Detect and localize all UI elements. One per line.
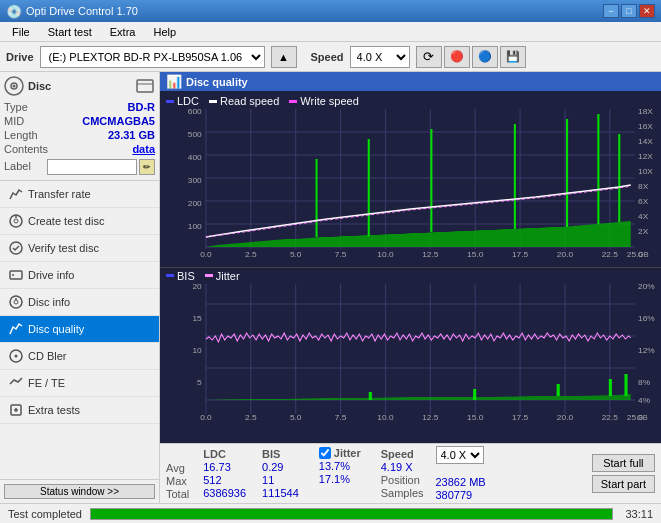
svg-text:6X: 6X [638,197,649,206]
sidebar-item-transfer-rate[interactable]: Transfer rate [0,181,159,208]
jitter-max: 17.1% [319,473,361,485]
chart-area: 📊 Disc quality LDC Read speed [160,72,661,503]
title-bar-title: 💿 Opti Drive Control 1.70 [6,4,138,19]
status-time: 33:11 [625,508,653,520]
speed-select[interactable]: 4.0 X [350,46,410,68]
menu-start-test[interactable]: Start test [40,24,100,40]
svg-point-2 [13,85,16,88]
svg-text:16X: 16X [638,122,653,131]
menu-file[interactable]: File [4,24,38,40]
menu-extra[interactable]: Extra [102,24,144,40]
speed-buttons: ⟳ 🔴 🔵 💾 [416,46,526,68]
sidebar-item-drive-info[interactable]: Drive info [0,262,159,289]
sidebar-item-verify-test-disc[interactable]: Verify test disc [0,235,159,262]
svg-text:17.5: 17.5 [512,250,529,259]
start-full-button[interactable]: Start full [592,454,655,472]
nav-label-disc-quality: Disc quality [28,323,84,335]
sidebar-item-disc-quality[interactable]: Disc quality [0,316,159,343]
sidebar-item-extra-tests[interactable]: Extra tests [0,397,159,424]
svg-text:8%: 8% [638,378,650,387]
nav-label-disc-info: Disc info [28,296,70,308]
main-content: Disc Type BD-R MID CMCMAGBA5 Length 23.3… [0,72,661,503]
legend-jitter: Jitter [205,270,240,282]
disc-type-row: Type BD-R [4,100,155,114]
disc-icon [4,76,24,96]
drive-eject-button[interactable]: ▲ [271,46,297,68]
disc-contents-value[interactable]: data [132,143,155,155]
drive-info-icon [8,267,24,283]
svg-text:22.5: 22.5 [602,250,619,259]
status-text: Test completed [8,508,82,520]
speed-stats: Speed 4.19 X Position Samples [381,448,424,499]
start-part-button[interactable]: Start part [592,475,655,493]
create-test-disc-icon [8,213,24,229]
drive-bar: Drive (E:) PLEXTOR BD-R PX-LB950SA 1.06 … [0,42,661,72]
svg-text:18X: 18X [638,109,653,116]
menu-help[interactable]: Help [145,24,184,40]
chart-header-icon: 📊 [166,74,182,89]
jitter-header: Jitter [334,447,361,459]
transfer-rate-icon [8,186,24,202]
status-bar: Test completed 33:11 [0,503,661,523]
progress-bar-container [90,508,613,520]
sidebar-item-fe-te[interactable]: FE / TE [0,370,159,397]
max-label: Max [166,475,189,487]
disc-label-row: Label ✏ [4,156,155,176]
svg-text:12%: 12% [638,346,655,355]
ldc-stats: LDC 16.73 512 6386936 [203,448,246,499]
svg-text:100: 100 [188,222,202,231]
jitter-checkbox[interactable] [319,447,331,459]
speed-icon-btn-1[interactable]: ⟳ [416,46,442,68]
title-bar-controls: − □ ✕ [603,4,655,18]
cd-bler-icon [8,348,24,364]
sidebar-item-cd-bler[interactable]: CD Bler [0,343,159,370]
svg-text:2.5: 2.5 [245,413,257,422]
maximize-button[interactable]: □ [621,4,637,18]
disc-contents-row: Contents data [4,142,155,156]
svg-text:7.5: 7.5 [335,250,347,259]
svg-text:4X: 4X [638,212,649,221]
samples-val: 380779 [436,489,486,501]
disc-type-value: BD-R [128,101,156,113]
svg-text:600: 600 [188,109,202,116]
jitter-stats: Jitter 13.7% 17.1% [319,447,361,500]
bis-stats: BIS 0.29 11 111544 [262,448,299,499]
minimize-button[interactable]: − [603,4,619,18]
drive-label: Drive [6,51,34,63]
speed-icon-btn-4[interactable]: 💾 [500,46,526,68]
sidebar-item-disc-info[interactable]: Disc info [0,289,159,316]
drive-select[interactable]: (E:) PLEXTOR BD-R PX-LB950SA 1.06 [40,46,265,68]
status-window-button[interactable]: Status window >> [4,484,155,499]
chart1-svg: 600 500 400 300 200 100 18X 16X 14X 12X … [160,109,661,259]
svg-text:14X: 14X [638,137,653,146]
extra-tests-icon [8,402,24,418]
svg-text:0.0: 0.0 [200,413,212,422]
svg-text:15.0: 15.0 [467,250,484,259]
svg-text:2X: 2X [638,227,649,236]
disc-length-value: 23.31 GB [108,129,155,141]
label-input[interactable] [47,159,137,175]
svg-text:4%: 4% [638,396,650,405]
sidebar-item-create-test-disc[interactable]: Create test disc [0,208,159,235]
svg-rect-109 [473,389,476,400]
speed-pos-vals: 4.0 X 23862 MB 380779 [436,446,486,501]
svg-text:10.0: 10.0 [377,413,394,422]
svg-text:10.0: 10.0 [377,250,394,259]
label-input-row: ✏ [47,159,155,175]
nav-label-verify-test-disc: Verify test disc [28,242,99,254]
legend-ldc: LDC [166,95,199,107]
nav-label-transfer-rate: Transfer rate [28,188,91,200]
disc-info-panel: Disc Type BD-R MID CMCMAGBA5 Length 23.3… [0,72,159,181]
label-edit-button[interactable]: ✏ [139,159,155,175]
ldc-avg: 16.73 [203,461,246,473]
speed-icon-btn-2[interactable]: 🔴 [444,46,470,68]
speed-icon-btn-3[interactable]: 🔵 [472,46,498,68]
bis-total: 111544 [262,487,299,499]
chart-header: 📊 Disc quality [160,72,661,91]
close-button[interactable]: ✕ [639,4,655,18]
disc-info-header: Disc [4,76,155,96]
svg-point-6 [14,219,18,223]
svg-text:5.0: 5.0 [290,250,302,259]
svg-text:15.0: 15.0 [467,413,484,422]
svg-text:7.5: 7.5 [335,413,347,422]
